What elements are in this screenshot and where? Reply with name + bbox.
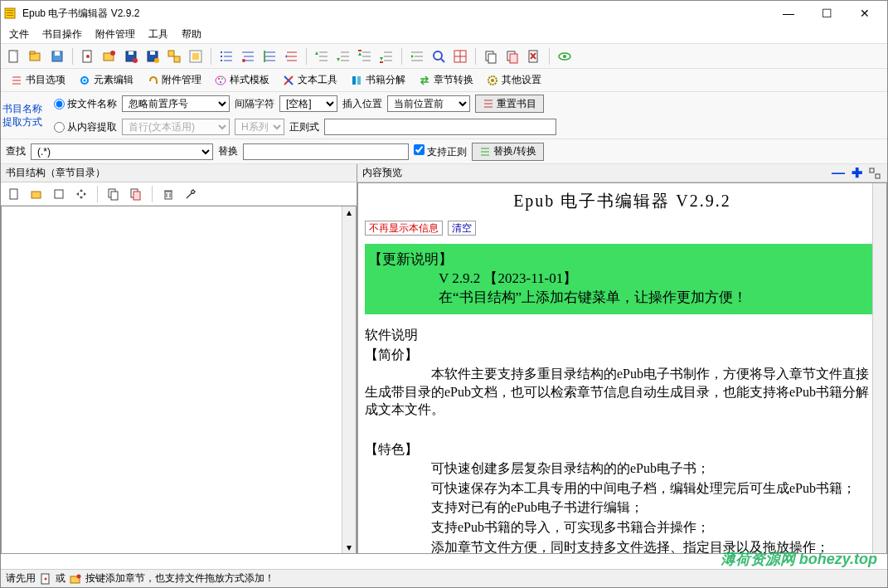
tb-list4[interactable] xyxy=(281,46,301,66)
svg-rect-1 xyxy=(7,10,13,11)
tb-indent[interactable] xyxy=(407,46,427,66)
tb-list1[interactable] xyxy=(216,46,236,66)
main-area: 书目结构（章节目录） ▴ ▾ 内容预览 — ✚ xyxy=(1,164,887,554)
svg-rect-98 xyxy=(133,192,140,200)
tb-bottom[interactable] xyxy=(376,46,396,66)
gear-icon xyxy=(79,75,90,86)
maximize-button[interactable]: ☐ xyxy=(808,1,846,26)
left-pane: 书目结构（章节目录） ▴ ▾ xyxy=(1,164,357,554)
tb-4[interactable] xyxy=(78,46,98,66)
replace-button[interactable]: 替换/转换 xyxy=(472,143,543,161)
tb-list3[interactable] xyxy=(260,46,279,66)
tb-savedisk2[interactable] xyxy=(143,46,163,66)
tb-down[interactable] xyxy=(333,46,353,66)
expand-button[interactable]: ✚ xyxy=(849,166,864,181)
label-find: 查找 xyxy=(6,144,26,158)
menu-catalog[interactable]: 书目操作 xyxy=(36,26,89,43)
menu-attach[interactable]: 附件管理 xyxy=(89,26,142,43)
preview-body: 软件说明 【简价】 本软件主要支持多重目录结构的ePub电子书制作，方便将导入章… xyxy=(365,326,880,554)
select-insert-pos[interactable]: 当前位置前 xyxy=(387,95,470,112)
right-pane-header: 内容预览 — ✚ xyxy=(357,164,887,182)
tb-copyred[interactable] xyxy=(502,46,522,66)
tb-8[interactable] xyxy=(164,46,184,66)
tb-search[interactable] xyxy=(429,46,449,66)
lt-trash[interactable] xyxy=(158,184,178,204)
lt-move[interactable] xyxy=(71,184,91,204)
menu-tools[interactable]: 工具 xyxy=(142,26,175,43)
close-button[interactable]: ✕ xyxy=(846,1,884,26)
lt-blank[interactable] xyxy=(49,184,69,204)
reset-catalog-button[interactable]: 重置书目 xyxy=(475,95,544,113)
preview-area: Epub 电子书编辑器 V2.9.2 不再显示本信息 清空 【更新说明】 V 2… xyxy=(357,182,887,554)
window-title: Epub 电子书编辑器 V2.9.2 xyxy=(22,7,769,21)
label-replace: 替换 xyxy=(218,144,238,158)
svg-rect-83 xyxy=(357,76,361,85)
svg-point-12 xyxy=(110,51,115,56)
lt-copy1[interactable] xyxy=(104,184,124,204)
find-combo[interactable]: (.*) xyxy=(31,143,213,160)
tree-scrollbar[interactable]: ▴ ▾ xyxy=(342,207,356,553)
link-hide-info[interactable]: 不再显示本信息 xyxy=(365,221,443,236)
palette-icon xyxy=(215,75,226,86)
minimize-button[interactable]: — xyxy=(769,1,808,26)
preview-title: Epub 电子书编辑器 V2.9.2 xyxy=(365,190,880,212)
split-icon xyxy=(351,75,362,86)
tb-9[interactable] xyxy=(186,46,206,66)
select-ignore-prefix[interactable]: 忽略前置序号 xyxy=(122,95,230,112)
tab-catalog-options[interactable]: 书目选项 xyxy=(6,71,70,89)
svg-rect-103 xyxy=(870,168,874,173)
find-replace-bar: 查找 (.*) 替换 支持正则 替换/转换 xyxy=(1,139,887,164)
status-text-3: 按键添加章节，也支持文件拖放方式添加！ xyxy=(85,571,274,586)
link-clear[interactable]: 清空 xyxy=(448,221,476,236)
tb-top[interactable] xyxy=(355,46,375,66)
left-toolbar xyxy=(1,182,357,206)
scroll-up-icon[interactable]: ▴ xyxy=(347,207,352,218)
collapse-button[interactable]: — xyxy=(831,166,846,181)
tb-open[interactable] xyxy=(26,46,46,66)
tb-del[interactable] xyxy=(524,46,544,66)
tab-book-split[interactable]: 书籍分解 xyxy=(346,71,410,89)
popout-button[interactable] xyxy=(867,166,882,181)
scroll-down-icon[interactable]: ▾ xyxy=(347,542,352,553)
lt-wrench[interactable] xyxy=(181,184,201,204)
svg-rect-14 xyxy=(129,51,133,55)
tab-style-template[interactable]: 样式模板 xyxy=(210,71,274,89)
lt-open[interactable] xyxy=(27,184,46,204)
app-icon xyxy=(4,7,17,20)
regex-input[interactable] xyxy=(324,119,556,135)
svg-rect-17 xyxy=(150,51,155,55)
tb-save[interactable] xyxy=(47,46,67,66)
tb-5[interactable] xyxy=(99,46,119,66)
lt-copy2[interactable] xyxy=(126,184,146,204)
tb-eye[interactable] xyxy=(555,46,575,66)
select-firstline: 首行(文本适用) xyxy=(122,119,230,135)
menu-file[interactable]: 文件 xyxy=(2,26,36,43)
tab-text-tools[interactable]: 文本工具 xyxy=(278,71,342,89)
tab-element-edit[interactable]: 元素编辑 xyxy=(74,71,138,89)
regex-checkbox[interactable]: 支持正则 xyxy=(414,144,467,159)
options-panel: 书目名称 提取方式 按文件名称 忽略前置序号 间隔字符 [空格] 插入位置 当前… xyxy=(1,92,887,139)
preview-scrollbar[interactable] xyxy=(872,183,886,553)
tab-other-settings[interactable]: 其他设置 xyxy=(482,71,546,89)
replace-input[interactable] xyxy=(243,143,409,160)
svg-rect-6 xyxy=(30,51,35,54)
tab-attachment[interactable]: 附件管理 xyxy=(142,71,206,89)
tb-copy[interactable] xyxy=(481,46,501,66)
tb-up[interactable] xyxy=(312,46,332,66)
radio-from-content[interactable]: 从内容提取 xyxy=(54,120,117,134)
tb-new[interactable] xyxy=(4,46,24,66)
lt-new[interactable] xyxy=(4,184,24,204)
tb-list2[interactable] xyxy=(238,46,258,66)
svg-point-78 xyxy=(221,78,223,80)
svg-point-85 xyxy=(491,79,494,82)
svg-rect-3 xyxy=(7,15,13,16)
svg-point-76 xyxy=(216,76,226,85)
tab-chapter-convert[interactable]: 章节转换 xyxy=(414,71,478,89)
menu-help[interactable]: 帮助 xyxy=(175,26,208,43)
radio-by-filename[interactable]: 按文件名称 xyxy=(54,97,117,111)
svg-point-56 xyxy=(434,51,442,60)
select-separator[interactable]: [空格] xyxy=(279,95,337,112)
tree-area[interactable]: ▴ ▾ xyxy=(1,206,357,554)
tb-savedisk1[interactable] xyxy=(121,46,141,66)
tb-table[interactable] xyxy=(450,46,470,66)
